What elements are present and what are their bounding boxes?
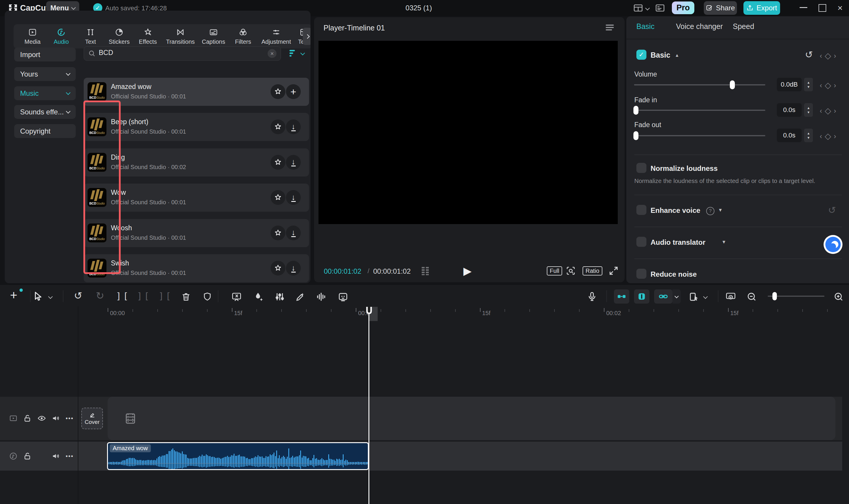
preview-flash-button[interactable] — [634, 289, 649, 304]
ai-pen-icon[interactable] — [295, 291, 306, 302]
volume-slider-handle[interactable] — [730, 80, 735, 89]
cover-button[interactable]: Cover — [81, 408, 103, 429]
list-item[interactable]: BCDStudioAmazed wowOfficial Sound Studio… — [84, 78, 309, 106]
ratio-button[interactable]: Ratio — [583, 266, 602, 275]
video-lock-icon[interactable] — [23, 414, 32, 423]
select-tool-icon[interactable] — [33, 291, 44, 302]
audio-more-icon[interactable]: ••• — [66, 453, 74, 460]
undo-icon[interactable]: ↺ — [74, 290, 83, 302]
fade-in-value[interactable]: 0.0s — [777, 103, 802, 117]
audio-mute-icon[interactable] — [51, 452, 60, 461]
basic-section-checkbox[interactable]: ✓ — [636, 50, 647, 60]
download-button[interactable]: ↓ — [286, 190, 301, 205]
filter-chevron-icon[interactable] — [300, 51, 305, 56]
tab-filters[interactable]: Filters — [229, 24, 257, 49]
zoom-out-icon[interactable] — [746, 291, 757, 302]
split-icon[interactable]: ][ — [116, 291, 130, 301]
list-item[interactable]: BCDStudioSwishOfficial Sound Studio · 00… — [84, 254, 309, 282]
video-preview[interactable] — [318, 41, 618, 224]
tab-speed[interactable]: Speed — [733, 22, 754, 31]
audio-translator-checkbox[interactable] — [636, 237, 647, 247]
fade-in-slider[interactable] — [634, 110, 765, 111]
timeline-zoom-slider[interactable] — [768, 295, 825, 297]
tab-strip-expand-button[interactable] — [303, 28, 311, 45]
volume-slider[interactable] — [634, 84, 765, 86]
video-more-icon[interactable]: ••• — [66, 415, 74, 422]
fade-out-slider[interactable] — [634, 135, 765, 136]
audio-wave-icon[interactable] — [316, 291, 326, 302]
search-input[interactable] — [98, 49, 259, 57]
tab-audio[interactable]: Audio — [47, 24, 75, 49]
fade-out-keyframe-controls[interactable]: ‹◇› — [820, 131, 836, 141]
play-button[interactable]: ▶ — [463, 265, 472, 277]
fade-out-slider-handle[interactable] — [633, 131, 638, 140]
zoom-in-icon[interactable] — [833, 291, 844, 302]
collapse-triangle-icon[interactable]: ▲ — [675, 53, 679, 58]
reduce-noise-checkbox[interactable] — [636, 269, 647, 279]
preview-quality-icon[interactable] — [421, 266, 430, 276]
list-item[interactable]: BCDStudioBeep (short)Official Sound Stud… — [84, 113, 309, 141]
list-item[interactable]: BCDStudioDingOfficial Sound Studio · 00:… — [84, 148, 309, 177]
fullscreen-icon[interactable] — [608, 266, 619, 276]
fade-in-slider-handle[interactable] — [633, 106, 638, 115]
redo-icon[interactable]: ↻ — [96, 290, 104, 302]
delete-left-icon[interactable]: ][ — [137, 291, 151, 301]
track-select-icon[interactable] — [689, 291, 700, 302]
ai-assistant-fab[interactable] — [824, 235, 843, 254]
filter-icon[interactable] — [289, 49, 299, 58]
help-icon[interactable]: ? — [706, 207, 714, 215]
tab-effects[interactable]: Effects — [134, 24, 162, 49]
enhance-voice-checkbox[interactable] — [636, 205, 647, 215]
mask-icon[interactable] — [202, 291, 212, 302]
player-menu-icon[interactable] — [606, 24, 614, 31]
basic-keyframe-controls[interactable]: ‹◇› — [820, 51, 836, 60]
add-button[interactable]: + — [286, 84, 301, 99]
tab-adjustment[interactable]: Adjustment — [262, 24, 290, 49]
playhead-handle[interactable] — [365, 306, 373, 316]
close-button[interactable]: × — [837, 3, 843, 13]
favorite-button[interactable] — [270, 261, 285, 275]
volume-stepper[interactable]: ▴▾ — [804, 78, 813, 91]
adjust-mixer-icon[interactable] — [275, 291, 285, 302]
release-notes-icon[interactable] — [655, 4, 665, 12]
maximize-button[interactable] — [818, 4, 826, 12]
export-button[interactable]: Export — [743, 1, 780, 15]
fade-out-stepper[interactable]: ▴▾ — [804, 129, 813, 142]
download-button[interactable]: ↓ — [286, 226, 301, 240]
pro-badge[interactable]: Pro — [672, 1, 694, 14]
download-button[interactable]: ↓ — [286, 155, 301, 170]
list-item[interactable]: BCDStudioWowOfficial Sound Studio · 00:0… — [84, 184, 309, 212]
video-track-dropzone[interactable] — [108, 397, 835, 440]
video-mute-icon[interactable] — [51, 414, 60, 423]
normalize-checkbox[interactable] — [636, 163, 647, 173]
video-visibility-icon[interactable] — [37, 414, 46, 423]
microphone-icon[interactable] — [587, 291, 597, 302]
favorite-button[interactable] — [270, 190, 285, 205]
sticker-text-icon[interactable] — [338, 291, 348, 302]
minimize-button[interactable] — [800, 7, 807, 8]
favorite-button[interactable] — [270, 226, 285, 240]
focus-frame-icon[interactable] — [565, 266, 576, 276]
reset-basic-icon[interactable]: ↺ — [805, 49, 813, 60]
layout-switch-icon[interactable] — [633, 4, 643, 12]
timeline-zoom-handle[interactable] — [773, 292, 777, 300]
share-button[interactable]: Share — [704, 1, 737, 15]
full-button[interactable]: Full — [547, 266, 562, 275]
link-clips-button[interactable] — [654, 289, 672, 304]
tab-transitions[interactable]: Transitions — [166, 24, 195, 49]
tab-media[interactable]: Media — [18, 24, 47, 49]
add-media-button[interactable]: + — [10, 289, 17, 302]
sidebar-item-import[interactable]: Import — [14, 48, 76, 61]
audio-clip[interactable]: Amazed wow — [107, 442, 369, 470]
fit-timeline-icon[interactable] — [725, 291, 736, 302]
download-button[interactable]: ↓ — [286, 261, 301, 275]
volume-keyframe-controls[interactable]: ‹◇› — [820, 80, 836, 90]
delete-icon[interactable] — [181, 291, 191, 302]
snap-magnet-button[interactable] — [614, 289, 629, 304]
magic-enhance-icon[interactable] — [253, 291, 264, 302]
tab-voice-changer[interactable]: Voice changer — [676, 22, 723, 31]
list-item[interactable]: BCDStudioWooshOfficial Sound Studio · 00… — [84, 219, 309, 247]
download-button[interactable]: ↓ — [286, 120, 301, 134]
playhead-line[interactable] — [369, 307, 369, 504]
layout-chevron-icon[interactable] — [645, 6, 650, 11]
